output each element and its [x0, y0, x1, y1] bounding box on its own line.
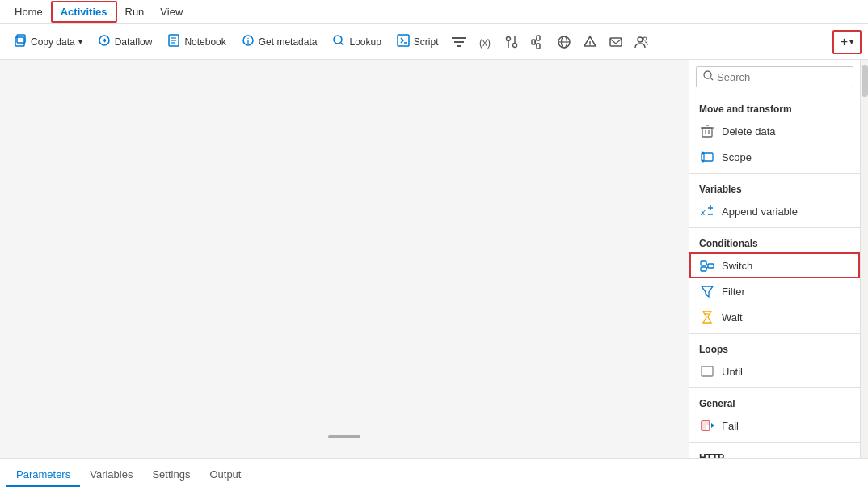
svg-point-44	[702, 160, 704, 163]
menu-activities[interactable]: Activities	[51, 1, 117, 23]
tab-parameters[interactable]: Parameters	[6, 464, 80, 487]
dataflow-button[interactable]: Dataflow	[91, 30, 159, 53]
svg-rect-22	[537, 36, 540, 40]
menu-bar: Home Activities Run View	[0, 0, 868, 24]
toolbar: Copy data ▾ Dataflow Notebook i Get meta…	[0, 24, 868, 60]
svg-text:i: i	[247, 37, 250, 45]
script-icon	[396, 33, 411, 50]
copy-data-dropdown-icon: ▾	[78, 37, 82, 46]
fail-icon	[699, 417, 715, 434]
sidebar-item-scope[interactable]: Scope	[689, 144, 860, 170]
tab-settings[interactable]: Settings	[142, 464, 200, 487]
bottom-panel: Parameters Variables Settings Output	[0, 458, 868, 487]
svg-rect-56	[702, 366, 713, 376]
get-metadata-button[interactable]: i Get metadata	[234, 30, 324, 53]
svg-rect-15	[457, 45, 461, 47]
main-area: Move and transform Delete data Scope Var…	[0, 60, 868, 458]
filter-label: Filter	[722, 286, 745, 298]
menu-run[interactable]: Run	[117, 2, 153, 21]
svg-marker-54	[702, 286, 713, 297]
svg-point-9	[334, 36, 342, 44]
delete-data-label: Delete data	[722, 125, 776, 138]
tab-variables[interactable]: Variables	[80, 464, 142, 487]
svg-line-10	[341, 43, 343, 45]
svg-rect-51	[708, 264, 714, 268]
tab-output[interactable]: Output	[200, 464, 251, 487]
plus-icon: +	[841, 35, 848, 49]
svg-point-18	[512, 43, 516, 47]
svg-rect-50	[701, 267, 706, 271]
section-title-move-transform: Move and transform	[689, 97, 860, 118]
menu-home[interactable]: Home	[6, 2, 51, 21]
email-button[interactable]	[604, 32, 628, 53]
notebook-button[interactable]: Notebook	[160, 30, 232, 53]
variables-icon-button[interactable]: (x)	[473, 32, 497, 53]
sidebar-item-fail[interactable]: Fail	[689, 413, 860, 438]
svg-text:x: x	[700, 207, 706, 217]
sidebar-item-append-variable[interactable]: x Append variable	[689, 198, 860, 224]
notebook-icon	[166, 33, 181, 50]
divider-3	[689, 333, 860, 334]
svg-rect-14	[454, 41, 464, 43]
lookup-button[interactable]: Lookup	[325, 30, 387, 53]
sidebar-item-wait[interactable]: Wait	[689, 304, 860, 330]
divider-5	[689, 442, 860, 443]
scope-icon	[699, 149, 715, 165]
section-title-conditionals: Conditionals	[689, 231, 860, 252]
sidebar-content: Move and transform Delete data Scope Var…	[689, 94, 860, 458]
parameters-icon-button[interactable]	[499, 32, 525, 53]
get-metadata-label: Get metadata	[259, 36, 318, 48]
sidebar-item-filter[interactable]: Filter	[689, 278, 860, 304]
filter-icon	[699, 283, 715, 299]
dataflow-icon	[97, 33, 112, 50]
dataflow-label: Dataflow	[115, 36, 153, 48]
filter-rows-button[interactable]	[447, 32, 471, 53]
sidebar-item-switch[interactable]: Switch	[689, 252, 860, 278]
svg-point-30	[589, 44, 591, 46]
section-title-variables: Variables	[689, 177, 860, 198]
script-button[interactable]: Script	[390, 30, 445, 53]
divider-1	[689, 173, 860, 174]
divider-2	[689, 227, 860, 228]
search-icon	[703, 70, 714, 83]
get-metadata-icon: i	[241, 33, 255, 50]
search-input[interactable]	[717, 71, 853, 83]
alert-button[interactable]	[578, 32, 602, 53]
canvas-area[interactable]	[0, 60, 689, 458]
svg-rect-41	[702, 153, 713, 161]
notebook-label: Notebook	[184, 36, 225, 48]
dependencies-button[interactable]	[526, 32, 550, 53]
svg-rect-13	[452, 37, 466, 39]
wait-icon	[699, 309, 715, 325]
teams-button[interactable]	[630, 32, 654, 53]
scrollbar-thumb[interactable]	[862, 65, 868, 97]
append-variable-icon: x	[699, 203, 715, 219]
search-box[interactable]	[696, 66, 853, 87]
sidebar-item-delete-data[interactable]: Delete data	[689, 118, 860, 144]
section-title-http: HTTP	[689, 446, 860, 458]
svg-point-34	[704, 71, 711, 78]
drag-handle	[328, 435, 360, 438]
svg-point-32	[638, 37, 643, 42]
add-dropdown-icon: ▾	[849, 37, 853, 46]
append-variable-label: Append variable	[722, 205, 798, 218]
menu-view[interactable]: View	[152, 2, 191, 21]
scope-label: Scope	[722, 151, 752, 163]
add-activity-button[interactable]: + ▾	[832, 30, 862, 54]
section-title-general: General	[689, 392, 860, 413]
copy-data-button[interactable]: Copy data ▾	[6, 30, 89, 53]
globe-button[interactable]	[552, 32, 576, 53]
section-title-loops: Loops	[689, 337, 860, 358]
svg-text:(x): (x)	[479, 37, 491, 49]
scrollbar-track[interactable]	[860, 60, 868, 458]
svg-rect-31	[610, 38, 622, 46]
svg-rect-49	[701, 261, 706, 265]
until-icon	[699, 363, 715, 379]
svg-point-17	[506, 36, 510, 40]
sidebar-item-until[interactable]: Until	[689, 358, 860, 384]
lookup-label: Lookup	[349, 36, 381, 48]
activity-sidebar: Move and transform Delete data Scope Var…	[689, 60, 860, 458]
svg-rect-23	[537, 44, 540, 49]
svg-point-43	[702, 152, 704, 155]
wait-label: Wait	[722, 311, 743, 324]
